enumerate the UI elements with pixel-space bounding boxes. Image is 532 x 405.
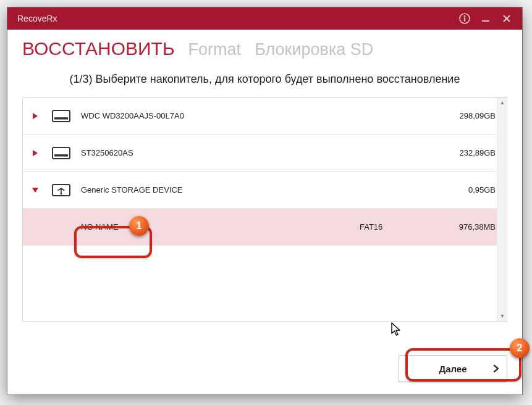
scroll-down-icon[interactable]: ▼: [497, 311, 507, 321]
svg-rect-8: [54, 117, 68, 120]
usb-icon: [48, 182, 75, 199]
chevron-down-icon: [32, 186, 39, 194]
chevron-right-icon: [32, 112, 39, 120]
drive-size: 298,09GB: [434, 111, 496, 120]
svg-marker-9: [33, 150, 38, 156]
svg-rect-10: [53, 148, 70, 159]
drive-row[interactable]: WDC WD3200AAJS-00L7A0 298,09GB: [23, 98, 507, 135]
expand-toggle[interactable]: [23, 112, 48, 120]
drive-row[interactable]: ST3250620AS 232,89GB: [23, 135, 507, 172]
window-title: RecoveRx: [17, 14, 454, 23]
chevron-right-icon: [493, 364, 499, 373]
partition-row[interactable]: NO NAME FAT16 976,38MB: [23, 209, 507, 246]
next-button-label: Далее: [439, 364, 467, 374]
drive-size: 0,95GB: [434, 185, 496, 194]
partition-fs: FAT16: [360, 222, 434, 232]
svg-marker-12: [32, 188, 38, 193]
next-button[interactable]: Далее: [399, 355, 507, 382]
tab-sd-lock[interactable]: Блокировка SD: [255, 40, 373, 63]
tab-format[interactable]: Format: [188, 40, 242, 63]
drive-row[interactable]: Generic STORAGE DEVICE 0,95GB: [23, 172, 507, 209]
drive-name: Generic STORAGE DEVICE: [75, 185, 360, 194]
close-button[interactable]: [496, 7, 517, 30]
drive-name: WDC WD3200AAJS-00L7A0: [75, 111, 360, 120]
expand-toggle[interactable]: [23, 149, 48, 157]
info-button[interactable]: [454, 7, 475, 30]
svg-marker-6: [33, 113, 38, 119]
svg-point-1: [464, 15, 466, 17]
svg-rect-7: [53, 111, 70, 122]
partition-size: 976,38MB: [434, 222, 496, 232]
titlebar: RecoveRx: [7, 7, 522, 30]
close-icon: [502, 14, 511, 23]
minimize-icon: [481, 14, 490, 23]
partition-name: NO NAME: [75, 222, 360, 232]
expand-toggle[interactable]: [23, 186, 48, 194]
info-icon: [459, 13, 470, 24]
hdd-icon: [48, 145, 75, 161]
svg-rect-2: [464, 18, 465, 22]
svg-rect-11: [54, 154, 68, 157]
chevron-right-icon: [32, 149, 39, 157]
hdd-icon: [48, 108, 75, 124]
app-window: RecoveRx ВОССТАНОВИТЬ Format Блокировка …: [7, 7, 522, 395]
nav-tabs: ВОССТАНОВИТЬ Format Блокировка SD: [7, 30, 522, 63]
step-instruction: (1/3) Выберите накопитель, для которого …: [22, 73, 507, 86]
tab-recover[interactable]: ВОССТАНОВИТЬ: [22, 38, 175, 63]
minimize-button[interactable]: [475, 7, 496, 30]
svg-point-14: [61, 193, 62, 194]
scroll-up-icon[interactable]: ▲: [497, 98, 507, 107]
drive-list: WDC WD3200AAJS-00L7A0 298,09GB ST3: [22, 97, 507, 322]
scrollbar[interactable]: ▲ ▼: [497, 98, 507, 321]
drive-name: ST3250620AS: [75, 148, 360, 157]
drive-size: 232,89GB: [434, 148, 496, 157]
svg-rect-3: [482, 20, 489, 22]
